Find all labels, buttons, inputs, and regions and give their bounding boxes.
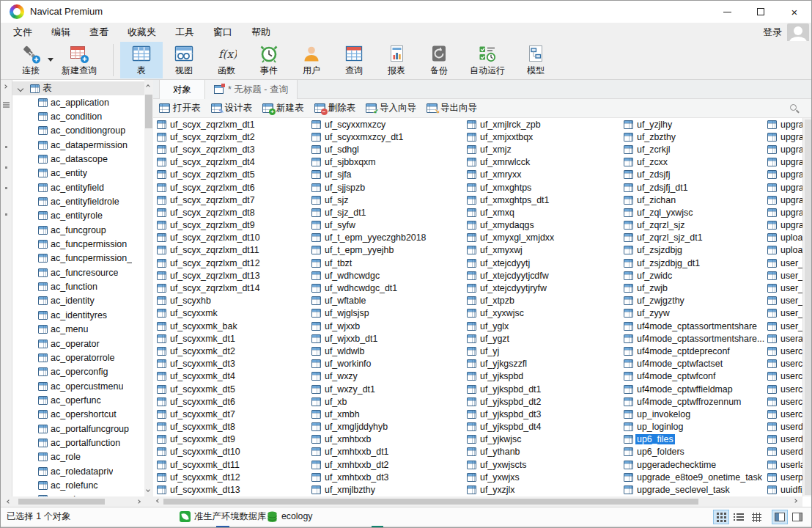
table-list-item[interactable]: uf_xmyxwj (467, 244, 620, 257)
table-list-item[interactable]: uf_zwidc (624, 269, 764, 282)
table-list-item[interactable]: uf_scyxxmk_dt7 (157, 408, 308, 420)
table-list-item[interactable]: uf_wdhcwdgc_dt1 (311, 282, 463, 294)
tree-item[interactable]: ac_operconfig (12, 365, 144, 379)
right-pane-toggle-button[interactable] (789, 510, 805, 524)
table-list-item[interactable]: uf_zqrzl_sjz_dt1 (624, 232, 764, 244)
table-list-item[interactable]: uf_xtejcdyytj (467, 257, 620, 269)
table-list-item[interactable]: uf_zcrkjl (624, 143, 764, 155)
table-list-item[interactable]: user_fa (767, 295, 802, 307)
table-list-item[interactable]: uf_xmxghtps (467, 181, 620, 194)
table-list-item[interactable]: uf_yjkspbd_dt2 (467, 395, 620, 408)
main-vertical-scrollbar[interactable] (802, 118, 812, 496)
tree-item[interactable]: ac_datapermission (12, 138, 144, 152)
table-list-item[interactable]: uf_xtejcdyytjcdfw (467, 269, 620, 282)
table-list-item[interactable]: upgrad (767, 169, 802, 181)
list-view-button[interactable] (731, 510, 747, 524)
toolbar-item-view[interactable]: 视图 (163, 42, 205, 78)
button-new-table[interactable]: +新建表 (262, 102, 304, 114)
detail-view-button[interactable] (748, 510, 764, 524)
table-list-item[interactable]: uf_scyxxmk (157, 307, 308, 320)
table-list-item[interactable]: uf_scyx_zqrzlxm_dt8 (157, 206, 308, 219)
tree-item[interactable]: ac_entityfield (12, 180, 144, 194)
table-list-item[interactable]: uf_xmjz (467, 143, 620, 155)
table-list-item[interactable]: uf_yj (467, 345, 620, 357)
menu-item[interactable]: 查看 (80, 23, 118, 41)
tree-node-tables[interactable]: 表 (12, 81, 144, 95)
left-pane-toggle-button[interactable] (772, 510, 788, 524)
toolbar-item-new-query[interactable]: 新建查询 (52, 42, 106, 78)
table-list-item[interactable]: userde (767, 433, 802, 446)
table-list-item[interactable]: uf_xmhtxxb (311, 433, 463, 446)
table-list-item[interactable]: uf_scyxxmk_dt13 (157, 483, 308, 496)
table-list-item[interactable]: uf_wjglsjsp (311, 307, 463, 320)
table-list-item[interactable]: uf_scyx_zqrzlxm_dt9 (157, 219, 308, 232)
table-list-item[interactable]: uf_scyxhb (157, 295, 308, 307)
table-list-item[interactable]: uf_scyxxmk_dt3 (157, 358, 308, 370)
table-list-item[interactable]: user_d (767, 269, 802, 282)
chevron-right-icon[interactable] (3, 84, 7, 89)
table-list-item[interactable]: uf_zwjb (624, 282, 764, 294)
tree-item[interactable]: ac_entityfieldrole (12, 194, 144, 208)
table-list-item[interactable]: uf_syfw (311, 219, 463, 232)
table-list-item[interactable]: uf_ygzt (467, 332, 620, 345)
table-list-item[interactable]: uf_yjkspbd (467, 370, 620, 383)
table-list-item[interactable]: uf_yjkspbd_dt4 (467, 421, 620, 433)
table-list-item[interactable]: usercla (767, 345, 802, 357)
menu-item[interactable]: 收藏夹 (118, 23, 166, 41)
grid-view-button[interactable] (713, 510, 729, 524)
table-list-item[interactable]: upgrade_seclevel_task (624, 483, 764, 496)
button-open-table[interactable]: 打开表 (159, 102, 201, 114)
table-list-item[interactable]: uf_zbzthy (624, 131, 764, 143)
table-list-item[interactable]: uf_tbzt (311, 257, 463, 269)
table-list-item[interactable]: uf_yxzjlx (467, 483, 620, 496)
table-list-item[interactable]: uf_xmydaqgs (467, 219, 620, 232)
maximize-button[interactable] (744, 1, 778, 23)
table-list-item[interactable]: uf_sjjspzb (311, 181, 463, 194)
table-list-item[interactable]: uf_yjkspbd_dt1 (467, 383, 620, 395)
table-list-item[interactable]: uf4mode_cptassortmentshare (624, 320, 764, 332)
minimize-button[interactable] (710, 1, 744, 23)
table-list-item[interactable]: uf_zcxx (624, 156, 764, 169)
menu-item[interactable]: 窗口 (204, 23, 242, 41)
toolbar-item-event[interactable]: 事件 (248, 42, 290, 78)
tree-item[interactable]: ac_conditiongroup (12, 124, 144, 138)
table-list-item[interactable]: userad (767, 332, 802, 345)
tab-query[interactable]: * 无标题 - 查询 (205, 80, 298, 99)
tree-item[interactable]: ac_portalfunction (12, 436, 144, 450)
table-list-item[interactable]: uf_scyxxmk_bak (157, 320, 308, 332)
toolbar-item-user[interactable]: 用户 (290, 42, 333, 78)
tree-item[interactable]: ac_operatorrole (12, 351, 144, 364)
table-list-item[interactable]: uf_workinfo (311, 358, 463, 370)
table-list-item[interactable]: uf_scyx_zqrzlxm_dt3 (157, 143, 308, 155)
table-list-item[interactable]: uuidfix (767, 483, 802, 496)
table-list-item[interactable]: uf_scyx_zqrzlxm_dt2 (157, 131, 308, 143)
table-list-item[interactable]: upgrad (767, 181, 802, 194)
scroll-right-icon[interactable] (136, 499, 141, 504)
table-list-item[interactable]: user_se (767, 320, 802, 332)
table-list-item[interactable]: userco (767, 383, 802, 395)
table-list-item[interactable]: uf_zyyw (624, 307, 764, 320)
table-list-item[interactable]: uf_yzjlhy (624, 118, 764, 131)
table-list-item[interactable]: uf_scyx_zqrzlxm_dt6 (157, 181, 308, 194)
table-list-item[interactable]: upgrad (767, 206, 802, 219)
tree-item[interactable]: ac_condition (12, 109, 144, 123)
tree-item[interactable]: ac_funcpermission_ (12, 252, 144, 265)
table-list-item[interactable]: uf_xmjxxtbqx (467, 131, 620, 143)
scrollbar-thumb[interactable] (145, 95, 152, 128)
table-list-item[interactable]: uf_scyxxmk_dt12 (157, 471, 308, 483)
table-list-item[interactable]: uf_zsjzdbjg (624, 244, 764, 257)
tree-item[interactable]: ac_datascope (12, 152, 144, 166)
table-list-item[interactable]: uf_scyx_zqrzlxm_dt12 (157, 257, 308, 269)
table-list-item[interactable]: uf_sdhgl (311, 143, 463, 155)
toolbar-item-connection[interactable]: 连接 (10, 42, 52, 78)
table-list-item[interactable]: uf_yjkgszzfl (467, 358, 620, 370)
main-horizontal-scrollbar[interactable] (153, 496, 802, 507)
table-list-item[interactable]: userco (767, 358, 802, 370)
table-list-item[interactable]: uf4mode_cptassortmentshare... (624, 332, 764, 345)
table-list-item[interactable]: uf_scyx_zqrzlxm_dt4 (157, 156, 308, 169)
tree-item[interactable]: ac_funcgroup (12, 223, 144, 237)
table-list-item[interactable]: uf_xmgljddyhyb (311, 421, 463, 433)
toolbar-item-backup[interactable]: 备份 (418, 42, 460, 78)
table-list-item[interactable]: uf_xmrwlcck (467, 156, 620, 169)
tree-item[interactable]: ac_identity (12, 294, 144, 308)
